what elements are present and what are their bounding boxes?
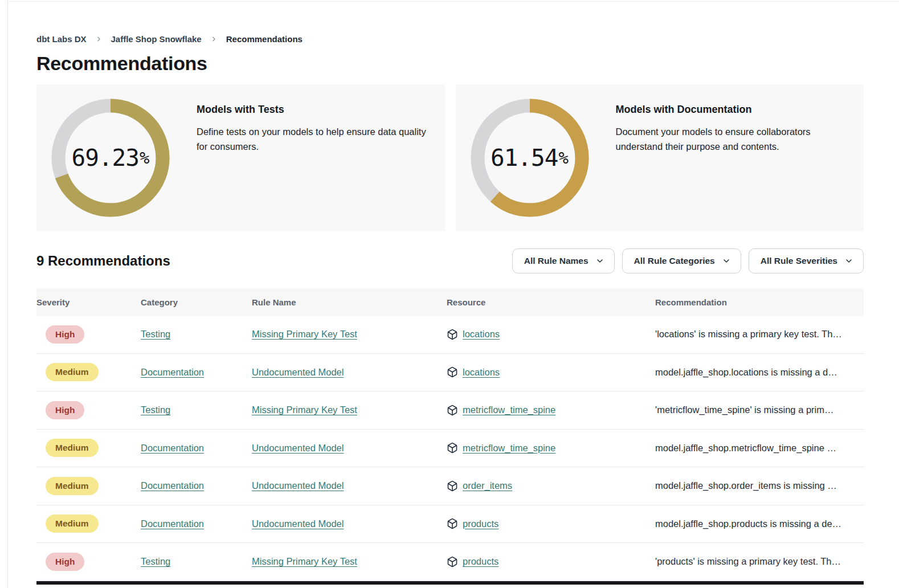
table-row: High Testing Missing Primary Key Test pr…	[36, 543, 864, 581]
column-header-recommendation: Recommendation	[655, 297, 864, 307]
table-row: Medium Documentation Undocumented Model …	[36, 467, 864, 505]
model-cube-icon	[447, 556, 458, 567]
recommendation-text: model.jaffle_shop.products is missing a …	[655, 518, 864, 529]
list-header: 9 Recommendations All Rule Names All Rul…	[36, 248, 864, 273]
table-row: High Testing Missing Primary Key Test lo…	[36, 316, 864, 354]
table-row: Medium Documentation Undocumented Model …	[36, 354, 864, 392]
table-header-row: Severity Category Rule Name Resource Rec…	[36, 288, 864, 316]
tests-card-description: Define tests on your models to help ensu…	[197, 125, 434, 154]
model-cube-icon	[447, 518, 458, 529]
models-with-docs-card: 61.54% Models with Documentation Documen…	[456, 84, 864, 231]
table-body: High Testing Missing Primary Key Test lo…	[36, 316, 864, 581]
recommendation-text: 'products' is missing a primary key test…	[655, 556, 864, 567]
category-link[interactable]: Testing	[141, 556, 170, 566]
recommendation-text: model.jaffle_shop.locations is missing a…	[655, 367, 864, 378]
recommendations-page: dbt Labs DX Jaffle Shop Snowflake Recomm…	[0, 0, 899, 585]
recommendation-text: 'locations' is missing a primary key tes…	[655, 329, 864, 340]
tests-card-title: Models with Tests	[197, 104, 434, 116]
severity-badge: High	[46, 325, 84, 344]
breadcrumb: dbt Labs DX Jaffle Shop Snowflake Recomm…	[36, 34, 864, 44]
recommendation-text: 'metricflow_time_spine' is missing a pri…	[655, 405, 864, 415]
category-link[interactable]: Documentation	[141, 443, 204, 453]
rule-severities-filter-dropdown[interactable]: All Rule Severities	[749, 248, 864, 273]
rule-name-link[interactable]: Undocumented Model	[252, 443, 344, 453]
table-row: High Testing Missing Primary Key Test me…	[36, 391, 864, 430]
severity-badge: Medium	[46, 514, 99, 533]
docs-donut-chart: 61.54%	[468, 96, 592, 220]
recommendations-count: 9 Recommendations	[36, 253, 170, 269]
recommendation-text: model.jaffle_shop.metricflow_time_spine …	[655, 443, 864, 454]
rule-name-link[interactable]: Undocumented Model	[252, 518, 344, 529]
docs-card-description: Document your models to ensure collabora…	[616, 125, 853, 154]
breadcrumb-current: Recommendations	[226, 34, 303, 44]
model-cube-icon	[447, 405, 458, 416]
metric-cards: 69.23% Models with Tests Define tests on…	[36, 84, 864, 231]
model-cube-icon	[447, 480, 458, 492]
chevron-right-icon	[95, 35, 103, 43]
category-link[interactable]: Documentation	[141, 518, 204, 529]
severity-badge: Medium	[46, 439, 99, 457]
tests-percent-value: 69.23%	[48, 96, 173, 220]
resource-link[interactable]: metricflow_time_spine	[463, 405, 555, 415]
rule-name-link[interactable]: Undocumented Model	[252, 480, 344, 491]
model-cube-icon	[447, 442, 458, 454]
resource-link[interactable]: locations	[463, 367, 500, 378]
table-row: Medium Documentation Undocumented Model …	[36, 430, 864, 468]
column-header-severity: Severity	[36, 297, 141, 307]
chevron-right-icon	[210, 35, 218, 43]
rule-name-link[interactable]: Missing Primary Key Test	[252, 329, 357, 339]
rule-name-link[interactable]: Undocumented Model	[252, 367, 344, 377]
recommendation-text: model.jaffle_shop.order_items is missing…	[655, 480, 864, 491]
recommendations-table: Severity Category Rule Name Resource Rec…	[36, 288, 864, 585]
breadcrumb-project[interactable]: Jaffle Shop Snowflake	[111, 34, 202, 44]
chevron-down-icon	[595, 256, 604, 266]
model-cube-icon	[447, 366, 458, 378]
column-header-resource: Resource	[447, 297, 655, 307]
resource-link[interactable]: products	[463, 556, 498, 567]
column-header-category: Category	[141, 297, 252, 307]
models-with-tests-card: 69.23% Models with Tests Define tests on…	[36, 84, 445, 231]
rule-categories-filter-dropdown[interactable]: All Rule Categories	[622, 248, 741, 273]
filter-bar: All Rule Names All Rule Categories All R…	[512, 248, 864, 273]
resource-link[interactable]: order_items	[463, 480, 512, 491]
rule-name-link[interactable]: Missing Primary Key Test	[252, 405, 357, 415]
breadcrumb-account[interactable]: dbt Labs DX	[36, 34, 87, 44]
page-title: Recommendations	[36, 52, 864, 75]
rule-name-link[interactable]: Missing Primary Key Test	[252, 556, 357, 566]
table-row: Medium Documentation Undocumented Model …	[36, 505, 864, 544]
chevron-down-icon	[722, 256, 731, 266]
resource-link[interactable]: products	[463, 518, 498, 529]
resource-link[interactable]: locations	[463, 329, 500, 340]
tests-donut-chart: 69.23%	[48, 96, 173, 220]
clipped-next-row	[36, 581, 864, 585]
model-cube-icon	[447, 329, 458, 340]
column-header-rule-name: Rule Name	[252, 297, 447, 307]
severity-badge: High	[46, 401, 84, 419]
category-link[interactable]: Testing	[141, 329, 170, 339]
category-link[interactable]: Documentation	[141, 367, 204, 377]
docs-card-title: Models with Documentation	[616, 104, 853, 116]
severity-badge: High	[46, 553, 84, 571]
rule-names-filter-dropdown[interactable]: All Rule Names	[512, 248, 615, 273]
category-link[interactable]: Testing	[141, 405, 170, 415]
resource-link[interactable]: metricflow_time_spine	[463, 443, 555, 454]
severity-badge: Medium	[46, 477, 99, 495]
category-link[interactable]: Documentation	[141, 480, 204, 491]
chevron-down-icon	[844, 256, 853, 266]
severity-badge: Medium	[46, 363, 99, 381]
docs-percent-value: 61.54%	[468, 96, 592, 220]
